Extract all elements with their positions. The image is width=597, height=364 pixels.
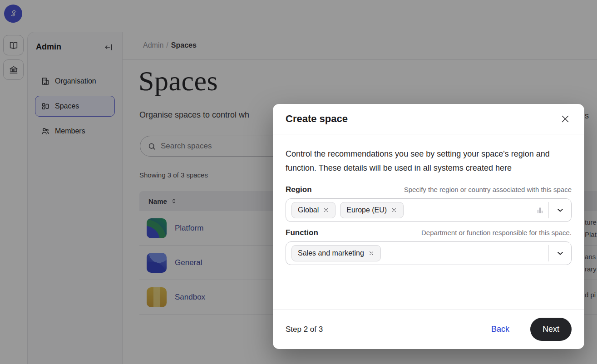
screen: Admin	[0, 0, 597, 364]
region-multiselect[interactable]: Global Europe (EU)	[286, 198, 572, 222]
region-label: Region	[286, 185, 312, 194]
tag-label: Global	[298, 206, 319, 214]
create-space-modal: Create space Control the recommendations…	[273, 104, 584, 349]
remove-tag-icon[interactable]	[368, 250, 375, 256]
remove-tag-icon[interactable]	[323, 207, 329, 213]
region-helper-text: Specify the region or country associated…	[404, 186, 572, 193]
function-field: Function Department or function responsi…	[286, 228, 572, 265]
remove-tag-icon[interactable]	[391, 207, 397, 213]
modal-header: Create space	[273, 104, 584, 134]
function-label: Function	[286, 228, 318, 237]
function-dropdown-toggle[interactable]	[555, 248, 566, 259]
chevron-down-icon	[556, 249, 565, 258]
back-button[interactable]: Back	[491, 325, 509, 334]
close-modal-button[interactable]	[558, 112, 572, 126]
region-tag-global: Global	[291, 202, 336, 218]
modal-title: Create space	[286, 113, 348, 125]
modal-description: Control the recommendations you see by s…	[286, 147, 558, 175]
modal-body: Control the recommendations you see by s…	[273, 134, 584, 265]
select-divider	[548, 202, 549, 218]
function-multiselect[interactable]: Sales and marketing	[286, 241, 572, 265]
tag-label: Europe (EU)	[346, 206, 387, 214]
region-tag-europe: Europe (EU)	[340, 202, 404, 218]
function-helper-text: Department or function responsible for t…	[421, 229, 572, 236]
function-tag-sales-marketing: Sales and marketing	[291, 245, 381, 261]
region-field: Region Specify the region or country ass…	[286, 185, 572, 222]
close-icon	[560, 113, 571, 124]
next-button[interactable]: Next	[530, 318, 572, 341]
modal-footer: Step 2 of 3 Back Next	[273, 309, 584, 349]
bars-icon	[538, 207, 543, 213]
tag-label: Sales and marketing	[298, 249, 364, 257]
select-divider	[548, 245, 549, 261]
region-dropdown-toggle[interactable]	[555, 205, 566, 216]
chevron-down-icon	[556, 206, 565, 215]
step-indicator: Step 2 of 3	[286, 325, 323, 334]
